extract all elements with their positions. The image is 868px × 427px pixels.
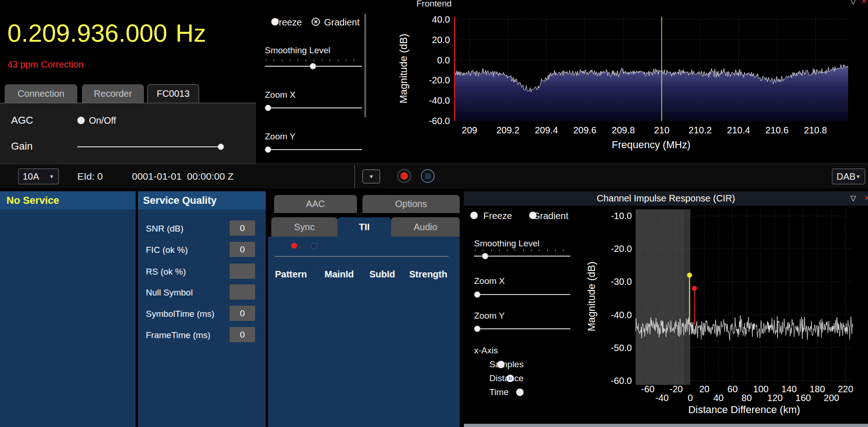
tab-sync[interactable]: Sync bbox=[271, 217, 337, 237]
cir-smoothing-slider[interactable] bbox=[474, 253, 570, 259]
quality-row-value: 0 bbox=[230, 242, 255, 257]
service-list-body[interactable] bbox=[0, 209, 136, 427]
cir-zoom-y-slider-handle[interactable] bbox=[474, 326, 481, 332]
agc-toggle[interactable] bbox=[77, 117, 85, 124]
tab-tii[interactable]: TII bbox=[337, 217, 391, 237]
horizontal-scrollbar[interactable] bbox=[464, 424, 868, 427]
tab-recorder[interactable]: Recorder bbox=[82, 84, 144, 103]
frontend-section: Frontend ▽ ✕ 0.209.936.000Hz 43 ppm Corr… bbox=[0, 0, 868, 163]
frontend-spectrum-chart: 209209.2209.4209.6209.8210210.2210.4210.… bbox=[393, 6, 868, 161]
cir-gradient-label: Gradient bbox=[533, 211, 568, 221]
svg-text:-60.0: -60.0 bbox=[429, 116, 450, 126]
gradient-toggle[interactable]: ✕ bbox=[312, 18, 320, 26]
tii-divider bbox=[275, 256, 449, 257]
tab-options[interactable]: Options bbox=[362, 195, 460, 213]
ensemble-bar: 10A ▼ EId: 0 0001-01-01 00:00:00 Z ▼ DAB… bbox=[0, 163, 868, 188]
svg-text:180: 180 bbox=[810, 384, 825, 394]
detail-tabs-panel: AAC Options Sync TII Audio Pattern MainI… bbox=[268, 188, 460, 427]
svg-text:210: 210 bbox=[654, 125, 669, 135]
close-icon[interactable]: ✕ bbox=[861, 0, 867, 6]
bar-separator bbox=[354, 165, 355, 188]
tii-column-header: Strength bbox=[409, 269, 447, 280]
gain-slider-handle[interactable] bbox=[218, 144, 224, 150]
x-axis-time-label: Time bbox=[489, 387, 509, 397]
x-axis-distance-label: Distance bbox=[489, 373, 524, 383]
zoom-y-slider-handle[interactable] bbox=[265, 146, 271, 153]
svg-text:20.0: 20.0 bbox=[432, 35, 450, 45]
svg-text:210.2: 210.2 bbox=[688, 125, 712, 135]
fic-status-icon bbox=[311, 243, 317, 249]
tab-fc0013[interactable]: FC0013 bbox=[147, 84, 199, 103]
cir-zoom-x-slider-handle[interactable] bbox=[474, 291, 481, 298]
no-service-label: No Service bbox=[6, 195, 59, 207]
svg-text:-40: -40 bbox=[656, 393, 669, 403]
svg-text:210.4: 210.4 bbox=[727, 125, 750, 135]
cir-panel: Channel Impulse Response (CIR) ▽ ✕ Freez… bbox=[464, 188, 868, 427]
svg-text:160: 160 bbox=[795, 393, 811, 403]
sync-status-icon bbox=[291, 243, 297, 249]
stop-icon bbox=[425, 173, 431, 179]
caret-down-icon: ▼ bbox=[856, 174, 861, 179]
bottom-section: No Service Service Quality SNR (dB) 0 FI… bbox=[0, 188, 868, 427]
tuner-tab-content bbox=[0, 103, 256, 163]
quality-row-value: 0 bbox=[230, 306, 255, 321]
quality-row-value bbox=[230, 284, 255, 300]
tii-column-header: SubId bbox=[369, 269, 395, 280]
tii-column-header: MainId bbox=[325, 269, 354, 280]
smoothing-slider[interactable] bbox=[265, 63, 362, 69]
cir-zoom-y-slider[interactable] bbox=[474, 326, 570, 332]
svg-text:20: 20 bbox=[699, 384, 709, 394]
x-axis-time-radio[interactable] bbox=[516, 389, 524, 396]
svg-text:210.6: 210.6 bbox=[765, 125, 788, 135]
expander-icon[interactable]: ▽ bbox=[850, 194, 856, 202]
tab-audio[interactable]: Audio bbox=[391, 217, 460, 237]
controls-scrollbar[interactable] bbox=[364, 14, 366, 118]
svg-text:-60.0: -60.0 bbox=[611, 376, 632, 386]
svg-text:-30.0: -30.0 bbox=[611, 276, 632, 287]
expand-dropdown-button[interactable]: ▼ bbox=[362, 170, 380, 183]
close-icon[interactable]: ✕ bbox=[864, 194, 868, 202]
gain-slider-track bbox=[77, 146, 224, 147]
zoom-x-slider-handle[interactable] bbox=[265, 105, 271, 111]
tab-connection[interactable]: Connection bbox=[5, 84, 77, 103]
smoothing-ticks bbox=[266, 59, 361, 62]
cir-smoothing-slider-handle[interactable] bbox=[482, 253, 488, 259]
expander-icon[interactable]: ▽ bbox=[850, 0, 856, 6]
frequency-display: 0.209.936.000Hz bbox=[7, 19, 206, 47]
record-button[interactable] bbox=[397, 169, 411, 183]
record-icon bbox=[400, 172, 408, 180]
quality-row-label: RS (ok %) bbox=[146, 267, 186, 277]
mode-combobox[interactable]: DAB ▼ bbox=[832, 169, 865, 184]
svg-text:-20: -20 bbox=[669, 384, 683, 394]
zoom-y-label: Zoom Y bbox=[265, 132, 295, 142]
smoothing-slider-handle[interactable] bbox=[310, 63, 316, 69]
gain-slider[interactable] bbox=[77, 144, 224, 150]
caret-down-icon: ▼ bbox=[369, 174, 374, 179]
zoom-y-slider[interactable] bbox=[265, 146, 362, 153]
tii-column-header: Pattern bbox=[275, 269, 307, 280]
zoom-x-label: Zoom X bbox=[265, 90, 296, 100]
cir-zoom-x-slider[interactable] bbox=[474, 291, 570, 298]
tab-aac[interactable]: AAC bbox=[274, 195, 357, 213]
quality-row-label: SNR (dB) bbox=[146, 224, 183, 234]
checked-x-icon: ✕ bbox=[313, 19, 318, 25]
cir-zoom-y-label: Zoom Y bbox=[474, 311, 505, 321]
svg-text:209.6: 209.6 bbox=[573, 125, 596, 135]
gain-label: Gain bbox=[11, 140, 32, 152]
x-axis-group-label: x-Axis bbox=[474, 345, 498, 356]
svg-text:Distance Difference (km): Distance Difference (km) bbox=[688, 404, 800, 415]
svg-text:40: 40 bbox=[713, 393, 724, 403]
svg-text:Magnitude (dB): Magnitude (dB) bbox=[398, 34, 409, 103]
channel-value: 10A bbox=[23, 171, 39, 182]
x-axis-samples-label: Samples bbox=[489, 359, 524, 370]
frequency-value: 0.209.936.000 bbox=[7, 19, 167, 47]
cir-freeze-label: Freeze bbox=[483, 211, 512, 221]
svg-text:100: 100 bbox=[753, 384, 768, 394]
quality-row-value: 0 bbox=[230, 327, 255, 342]
zoom-x-slider[interactable] bbox=[265, 105, 362, 111]
stop-button[interactable] bbox=[421, 169, 435, 183]
app-window: Frontend ▽ ✕ 0.209.936.000Hz 43 ppm Corr… bbox=[0, 0, 868, 427]
channel-combobox[interactable]: 10A ▼ bbox=[18, 169, 59, 184]
gradient-label: Gradient bbox=[324, 17, 360, 28]
cir-freeze-toggle[interactable] bbox=[470, 212, 478, 219]
